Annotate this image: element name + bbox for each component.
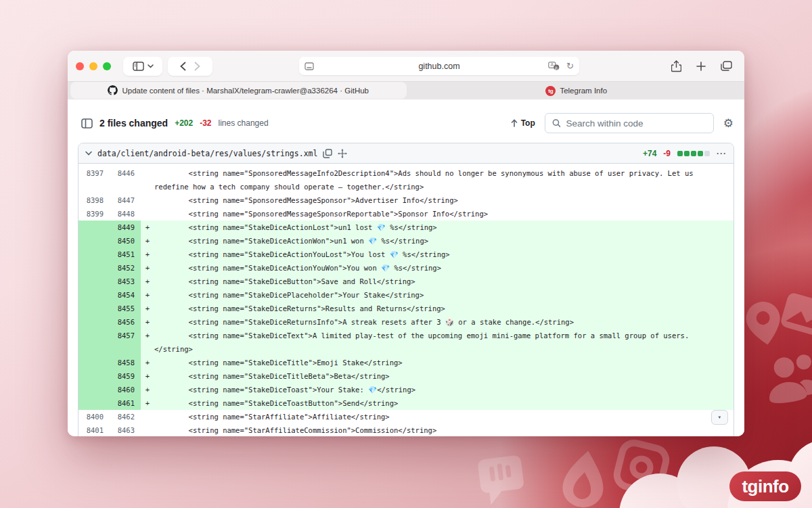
code-line: <string name="StarAffiliateCommission">C… (154, 423, 734, 436)
old-line-number: 8398 (78, 193, 110, 207)
diff-marker: + (141, 329, 154, 356)
back-button[interactable] (180, 62, 186, 71)
diffstat-block (698, 151, 703, 156)
old-line-number (78, 396, 110, 410)
diffstat-block (691, 151, 696, 156)
sidebar-toggle-button[interactable] (123, 57, 162, 76)
diff-marker: + (141, 248, 154, 261)
nav-buttons (168, 57, 212, 76)
file-tree-toggle-icon[interactable] (81, 118, 93, 129)
code-line: <string name="StakeDiceActionWon">un1 wo… (154, 234, 734, 248)
old-line-number (78, 302, 110, 315)
url-field[interactable]: github.com Aあ ↻ (299, 57, 579, 75)
code-line: <string name="StakeDiceToast">Your Stake… (154, 383, 734, 396)
file-path[interactable]: data/client/android-beta/res/values/stri… (97, 149, 317, 158)
new-line-number: 8457 (110, 329, 141, 356)
diffstat-block (677, 151, 683, 156)
diff-row[interactable]: 8458 + <string name="StakeDiceTitle">Emo… (78, 356, 734, 369)
new-line-number: 8456 (110, 315, 141, 329)
close-window-button[interactable] (76, 62, 84, 70)
diffstat-block (684, 151, 690, 156)
diff-marker: + (141, 234, 154, 248)
new-tab-button[interactable] (696, 62, 706, 71)
new-line-number: 8447 (110, 193, 141, 207)
diff-row[interactable]: 8452 + <string name="StakeDiceActionYouW… (78, 261, 734, 275)
diff-marker (141, 423, 154, 436)
diff-row[interactable]: 8454 + <string name="StakeDicePlaceholde… (78, 288, 734, 302)
tab-title: Telegram Info (560, 87, 607, 95)
old-line-number: 8399 (78, 207, 110, 221)
diff-row[interactable]: 8400 8462 <string name="StarAffiliate">A… (78, 410, 734, 423)
diff-marker (141, 193, 154, 207)
share-icon[interactable] (671, 60, 681, 72)
diff-row[interactable]: 8455 + <string name="StakeDiceReturns">R… (78, 302, 734, 315)
files-changed-title: 2 files changed (99, 118, 168, 129)
old-line-number: 8401 (78, 423, 110, 436)
new-line-number: 8458 (110, 356, 141, 369)
diff-marker: + (141, 315, 154, 329)
code-line: <string name="StakeDiceReturns">Results … (154, 302, 734, 315)
new-line-number: 8459 (110, 369, 141, 383)
top-button[interactable]: Top (511, 118, 535, 128)
new-line-number: 8451 (110, 248, 141, 261)
diff-row[interactable]: 8456 + <string name="StakeDiceReturnsInf… (78, 315, 734, 329)
diff-row[interactable]: 8399 8448 <string name="SponsoredMessage… (78, 207, 734, 221)
file-additions: +74 (643, 149, 656, 158)
total-additions: +202 (175, 118, 193, 128)
diff-row[interactable]: 8397 8446 <string name="SponsoredMessage… (78, 166, 734, 193)
diff-marker: + (141, 396, 154, 410)
url-text: github.com (299, 62, 579, 71)
code-line: <string name="StakeDiceText">A limited p… (154, 329, 734, 356)
diff-row[interactable]: 8401 8463 <string name="StarAffiliateCom… (78, 423, 734, 436)
old-line-number (78, 329, 110, 356)
code-line: <string name="SponsoredMessageSponsorRep… (154, 207, 734, 221)
new-line-number: 8455 (110, 302, 141, 315)
diff-row[interactable]: 8459 + <string name="StakeDiceTitleBeta"… (78, 369, 734, 383)
diff-row[interactable]: 8453 + <string name="StakeDiceButton">Sa… (78, 275, 734, 288)
old-line-number: 8400 (78, 410, 110, 423)
diff-row[interactable]: 8461 + <string name="StakeDiceToastButto… (78, 396, 734, 410)
chevron-down-icon (148, 64, 154, 68)
old-line-number (78, 288, 110, 302)
diff-row[interactable]: 8449 + <string name="StakeDiceActionLost… (78, 221, 734, 234)
tab-strip: Update content of files · MarshalX/teleg… (68, 81, 744, 99)
code-line: <string name="StarAffiliate">Affiliate</… (154, 410, 734, 423)
gear-icon[interactable]: ⚙ (723, 118, 734, 129)
tab-active[interactable]: Update content of files · MarshalX/teleg… (70, 82, 407, 99)
diffstat-block (704, 151, 710, 156)
forward-button[interactable] (194, 62, 200, 71)
old-line-number (78, 234, 110, 248)
old-line-number (78, 261, 110, 275)
diff-row[interactable]: 8450 + <string name="StakeDiceActionWon"… (78, 234, 734, 248)
tab-title: Update content of files · MarshalX/teleg… (122, 87, 369, 95)
github-favicon-icon (108, 85, 118, 95)
diff-row[interactable]: 8398 8447 <string name="SponsoredMessage… (78, 193, 734, 207)
tab-telegram-info[interactable]: tg Telegram Info (409, 82, 745, 99)
old-line-number: 8397 (78, 166, 110, 193)
diff-marker: + (141, 275, 154, 288)
tg-favicon-icon: tg (545, 86, 556, 96)
file-deletions: -9 (663, 149, 671, 158)
top-label: Top (521, 118, 535, 128)
copy-path-icon[interactable] (323, 149, 332, 158)
scroll-down-button[interactable]: ▼ (711, 410, 728, 425)
kebab-menu-icon[interactable]: ··· (717, 149, 727, 158)
code-search-input[interactable] (566, 118, 706, 129)
browser-window: github.com Aあ ↻ Update content of files … (68, 51, 744, 436)
code-search-box[interactable] (545, 113, 714, 133)
drag-handle-icon[interactable] (338, 149, 347, 158)
collapse-chevron-icon[interactable] (85, 151, 92, 156)
diff-row[interactable]: 8460 + <string name="StakeDiceToast">You… (78, 383, 734, 396)
zoom-window-button[interactable] (103, 62, 111, 70)
diff-marker: + (141, 221, 154, 234)
old-line-number (78, 248, 110, 261)
new-line-number: 8454 (110, 288, 141, 302)
diff-row[interactable]: 8457 + <string name="StakeDiceText">A li… (78, 329, 734, 356)
new-line-number: 8462 (110, 410, 141, 423)
old-line-number (78, 383, 110, 396)
tab-overview-button[interactable] (721, 61, 732, 71)
diff-marker: + (141, 261, 154, 275)
minimize-window-button[interactable] (89, 62, 97, 70)
diff-row[interactable]: 8451 + <string name="StakeDiceActionYouL… (78, 248, 734, 261)
triangle-down-icon: ▼ (717, 415, 721, 420)
